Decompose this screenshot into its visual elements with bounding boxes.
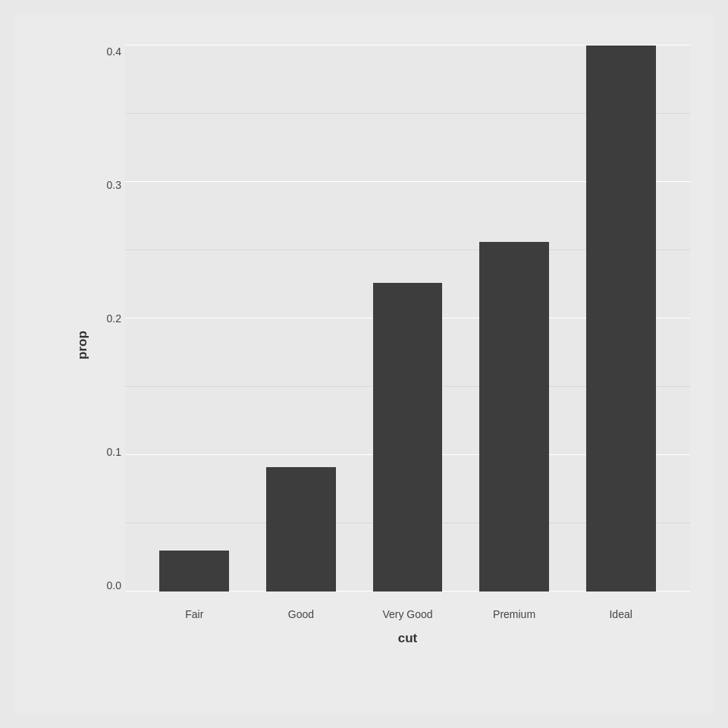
bar-fair (159, 551, 229, 592)
bar-very-good (373, 283, 443, 592)
bars-container (125, 46, 690, 592)
x-tick-ideal: Ideal (574, 608, 667, 620)
bar-group-good (255, 46, 348, 592)
y-tick-02: 0.2 (107, 312, 121, 325)
y-tick-03: 0.3 (107, 179, 121, 191)
chart-container: prop 0.0 0.1 0.2 0.3 0.4 (15, 15, 713, 713)
y-axis-ticks: 0.0 0.1 0.2 0.3 0.4 (99, 46, 121, 592)
bar-group-premium (468, 46, 561, 592)
bar-ideal (586, 46, 656, 592)
bar-good (266, 467, 336, 592)
bar-group-fair (148, 46, 241, 592)
bar-premium (479, 242, 549, 592)
y-tick-04: 0.4 (107, 46, 121, 58)
bar-group-ideal (574, 46, 667, 592)
y-tick-01: 0.1 (107, 446, 121, 458)
x-axis-label: cut (125, 631, 690, 646)
x-tick-fair: Fair (148, 608, 241, 620)
plot-area (125, 46, 690, 592)
x-tick-very-good: Very Good (361, 608, 454, 620)
y-tick-0: 0.0 (107, 579, 121, 592)
bar-group-very-good (361, 46, 454, 592)
x-tick-good: Good (255, 608, 348, 620)
y-axis-label: prop (75, 331, 90, 359)
x-tick-premium: Premium (468, 608, 561, 620)
x-axis-ticks: Fair Good Very Good Premium Ideal (125, 608, 690, 620)
